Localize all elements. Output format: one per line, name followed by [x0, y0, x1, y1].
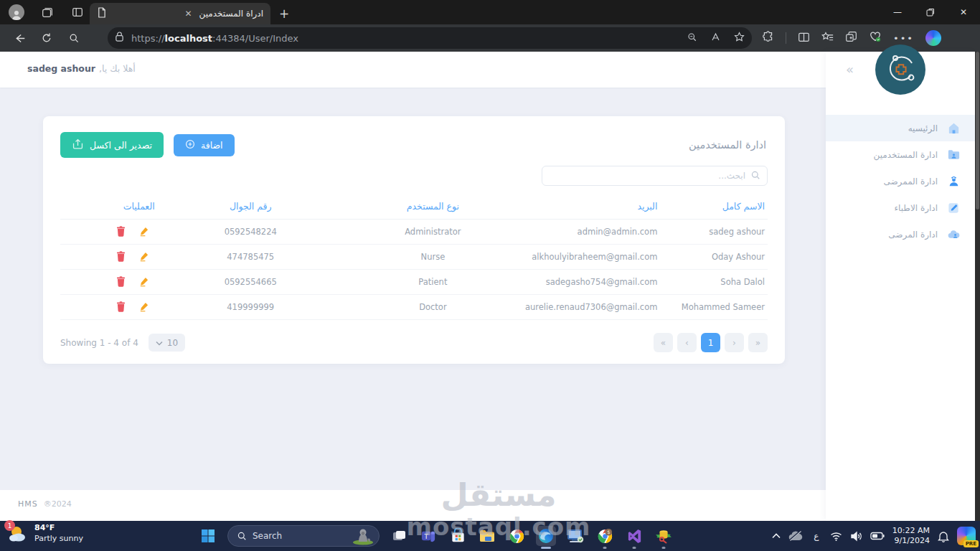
- language-indicator[interactable]: ع: [811, 531, 822, 541]
- lock-icon: [115, 32, 124, 45]
- edit-icon[interactable]: [138, 250, 151, 263]
- taskbar-search-label: Search: [253, 531, 340, 541]
- teams-icon[interactable]: T: [418, 526, 438, 546]
- edge-icon[interactable]: [536, 526, 556, 546]
- table-header-row: الاسم كامل البريد نوع المستخدم رقم الجوا…: [60, 197, 768, 220]
- sidebar-item-users[interactable]: ادارة المستخدمين: [826, 141, 975, 168]
- edit-icon[interactable]: [138, 300, 151, 313]
- cell-email: alkhoulyibraheem@gmail.com: [522, 245, 660, 270]
- browser-tab[interactable]: ✕ ادراة المستخدمين: [90, 3, 270, 24]
- pagination: « ‹ 1 › »: [654, 333, 768, 352]
- browser-essentials-icon[interactable]: [869, 30, 882, 46]
- window-restore-button[interactable]: [914, 0, 947, 24]
- back-icon[interactable]: [9, 27, 30, 49]
- cell-phone: 0592554665: [158, 270, 344, 295]
- welcome-username: sadeg ashour: [27, 63, 95, 74]
- delete-icon[interactable]: [115, 275, 128, 288]
- clock-time: 10:22 AM: [892, 526, 930, 536]
- start-button[interactable]: [198, 526, 218, 546]
- page-size-dropdown[interactable]: 10: [149, 334, 185, 352]
- taskbar-search[interactable]: Search: [227, 525, 380, 547]
- refresh-icon[interactable]: [36, 27, 57, 49]
- search-input[interactable]: [549, 171, 745, 181]
- export-excel-label: تصدير الى اكسل: [90, 140, 152, 151]
- window-close-button[interactable]: ✕: [947, 0, 980, 24]
- profile-avatar-icon[interactable]: [9, 4, 24, 20]
- cell-email: sadegasho754@gmail.com: [522, 270, 660, 295]
- table-row: Oday Ashour alkhoulyibraheem@gmail.com N…: [60, 245, 768, 270]
- visual-studio-icon[interactable]: [624, 526, 644, 546]
- sidebar-item-label: الرئيسيه: [908, 123, 938, 133]
- page-scrollbar[interactable]: [975, 52, 980, 521]
- chrome-icon[interactable]: [507, 526, 527, 546]
- copilot-icon[interactable]: [925, 30, 941, 46]
- weather-widget[interactable]: 1 84°F Partly sunny: [7, 523, 83, 545]
- tab-close-icon[interactable]: ✕: [182, 7, 195, 20]
- new-tab-button[interactable]: +: [275, 5, 293, 22]
- delete-icon[interactable]: [115, 300, 128, 313]
- tray-chevron-up-icon[interactable]: [772, 533, 781, 539]
- window-minimize-button[interactable]: —: [881, 0, 914, 24]
- browser-toolbar: https://localhost:44384/User/Index •••: [0, 24, 980, 52]
- zoom-out-icon[interactable]: [687, 32, 697, 45]
- edit-icon[interactable]: [138, 275, 151, 288]
- search-highlight-image: [346, 527, 376, 545]
- read-aloud-icon[interactable]: [710, 32, 721, 45]
- cell-type: Patient: [344, 270, 522, 295]
- page-viewport: أهلا بك يا,sadeg ashour ادارة المستخدمين…: [0, 52, 980, 521]
- page-document-icon: [97, 7, 106, 20]
- sql-tool-icon[interactable]: [654, 526, 674, 546]
- cell-name: sadeg ashour: [660, 220, 768, 245]
- microsoft-store-icon[interactable]: [448, 526, 468, 546]
- task-view-button[interactable]: [389, 526, 409, 546]
- edit-icon[interactable]: [138, 225, 151, 237]
- delete-icon[interactable]: [115, 225, 128, 237]
- patient-cloud-icon: [946, 227, 961, 242]
- sidebar-item-label: ادارة المستخدمين: [874, 150, 938, 160]
- weather-temp: 84°F: [34, 523, 83, 534]
- sidebar-item-doctors[interactable]: ادارة الاطباء: [826, 194, 975, 221]
- cell-phone: 419999999: [158, 295, 344, 320]
- sidebar-collapse-icon[interactable]: «: [846, 62, 854, 77]
- pagination-last-button[interactable]: »: [748, 333, 768, 352]
- battery-icon[interactable]: [870, 532, 885, 540]
- welcome-prefix: أهلا بك يا,: [99, 63, 136, 74]
- pagination-first-button[interactable]: «: [654, 333, 673, 352]
- onedrive-icon[interactable]: [788, 531, 803, 541]
- favorites-list-icon[interactable]: [821, 31, 834, 46]
- tab-actions-icon[interactable]: [70, 5, 85, 19]
- header-email: البريد: [522, 197, 660, 220]
- wifi-icon[interactable]: [830, 532, 842, 541]
- notification-bell-icon[interactable]: [938, 530, 949, 542]
- chrome-profile-icon[interactable]: $: [595, 526, 615, 546]
- address-bar[interactable]: https://localhost:44384/User/Index: [108, 27, 752, 49]
- pagination-prev-button[interactable]: ‹: [677, 333, 697, 352]
- tab-groups-icon[interactable]: [845, 31, 857, 46]
- settings-more-icon[interactable]: •••: [893, 33, 914, 44]
- favorite-star-icon[interactable]: [734, 32, 745, 45]
- sidebar-item-nurses[interactable]: ادارة الممرضى: [826, 168, 975, 194]
- export-excel-button[interactable]: تصدير الى اكسل: [60, 132, 164, 158]
- sidebar-item-patients[interactable]: ادارة المرضى: [826, 221, 975, 248]
- sidebar-item-label: ادارة الاطباء: [894, 203, 938, 213]
- sidebar-item-home[interactable]: الرئيسيه: [826, 115, 975, 141]
- extensions-icon[interactable]: [762, 31, 774, 46]
- delete-icon[interactable]: [115, 250, 128, 263]
- volume-icon[interactable]: [850, 531, 862, 542]
- toolbar-divider: [786, 32, 786, 44]
- pagination-next-button[interactable]: ›: [725, 333, 744, 352]
- add-user-button[interactable]: اضافة: [174, 134, 235, 156]
- search-toolbar-icon[interactable]: [63, 27, 85, 49]
- copilot-taskbar-icon[interactable]: PRE: [957, 527, 976, 545]
- clock-date: 9/1/2024: [892, 536, 930, 546]
- remote-desktop-icon[interactable]: [565, 526, 585, 546]
- screen: ✕ ادراة المستخدمين + — ✕: [0, 0, 980, 551]
- pagination-page-1-button[interactable]: 1: [701, 333, 720, 352]
- workspaces-icon[interactable]: [40, 5, 55, 19]
- home-icon: [946, 121, 961, 136]
- search-box[interactable]: [542, 166, 768, 186]
- split-screen-icon[interactable]: [798, 31, 810, 46]
- taskbar-clock[interactable]: 10:22 AM 9/1/2024: [892, 526, 930, 547]
- file-explorer-icon[interactable]: [477, 526, 497, 546]
- add-icon: [185, 139, 195, 151]
